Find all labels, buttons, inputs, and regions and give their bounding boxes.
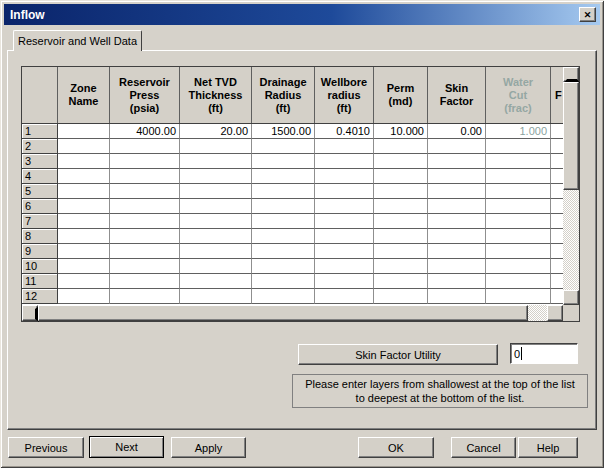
skin-factor-utility-button[interactable]: Skin Factor Utility: [298, 344, 498, 365]
cell-skin-r12[interactable]: [428, 289, 486, 304]
cell-perm-r10[interactable]: [374, 259, 428, 274]
cell-drainage-r9[interactable]: [252, 244, 315, 259]
scroll-up-button[interactable]: [563, 67, 579, 82]
cell-wellbore-r9[interactable]: [315, 244, 374, 259]
row-header-2[interactable]: 2: [22, 139, 58, 154]
vertical-scroll-track[interactable]: [563, 190, 579, 290]
cell-water_cut-r8[interactable]: [486, 229, 551, 244]
cell-skin-r3[interactable]: [428, 154, 486, 169]
cell-f_clipped-r12[interactable]: [551, 289, 563, 304]
cell-res_press-r5[interactable]: [110, 184, 180, 199]
help-button[interactable]: Help: [518, 437, 578, 458]
cell-zone_name-r4[interactable]: [58, 169, 110, 184]
cell-drainage-r4[interactable]: [252, 169, 315, 184]
row-header-12[interactable]: 12: [22, 289, 58, 304]
cell-skin-r7[interactable]: [428, 214, 486, 229]
horizontal-scroll-track[interactable]: [528, 305, 547, 321]
cell-zone_name-r7[interactable]: [58, 214, 110, 229]
cell-wellbore-r4[interactable]: [315, 169, 374, 184]
cell-drainage-r10[interactable]: [252, 259, 315, 274]
cell-f_clipped-r2[interactable]: [551, 139, 563, 154]
cell-drainage-r1[interactable]: 1500.00: [252, 124, 315, 139]
cell-perm-r4[interactable]: [374, 169, 428, 184]
cell-net_tvd-r7[interactable]: [180, 214, 252, 229]
cell-f_clipped-r11[interactable]: [551, 274, 563, 289]
cell-res_press-r8[interactable]: [110, 229, 180, 244]
cell-wellbore-r5[interactable]: [315, 184, 374, 199]
cell-water_cut-r7[interactable]: [486, 214, 551, 229]
cell-res_press-r3[interactable]: [110, 154, 180, 169]
cell-water_cut-r11[interactable]: [486, 274, 551, 289]
cell-drainage-r3[interactable]: [252, 154, 315, 169]
row-header-10[interactable]: 10: [22, 259, 58, 274]
cell-f_clipped-r6[interactable]: [551, 199, 563, 214]
cancel-button[interactable]: Cancel: [451, 437, 516, 458]
cell-res_press-r12[interactable]: [110, 289, 180, 304]
apply-button[interactable]: Apply: [171, 437, 246, 458]
cell-skin-r11[interactable]: [428, 274, 486, 289]
cell-net_tvd-r3[interactable]: [180, 154, 252, 169]
cell-drainage-r5[interactable]: [252, 184, 315, 199]
cell-f_clipped-r8[interactable]: [551, 229, 563, 244]
row-header-1[interactable]: 1: [22, 124, 58, 139]
cell-net_tvd-r4[interactable]: [180, 169, 252, 184]
row-header-8[interactable]: 8: [22, 229, 58, 244]
cell-skin-r10[interactable]: [428, 259, 486, 274]
cell-wellbore-r8[interactable]: [315, 229, 374, 244]
cell-water_cut-r5[interactable]: [486, 184, 551, 199]
cell-net_tvd-r5[interactable]: [180, 184, 252, 199]
vertical-scroll-thumb[interactable]: [563, 82, 579, 190]
cell-zone_name-r5[interactable]: [58, 184, 110, 199]
cell-water_cut-r9[interactable]: [486, 244, 551, 259]
scroll-right-button[interactable]: [547, 305, 563, 321]
cell-res_press-r6[interactable]: [110, 199, 180, 214]
ok-button[interactable]: OK: [358, 437, 434, 458]
cell-wellbore-r7[interactable]: [315, 214, 374, 229]
cell-wellbore-r10[interactable]: [315, 259, 374, 274]
row-header-7[interactable]: 7: [22, 214, 58, 229]
tab-reservoir-and-well-data[interactable]: Reservoir and Well Data: [13, 30, 142, 51]
cell-water_cut-r4[interactable]: [486, 169, 551, 184]
scroll-left-button[interactable]: [22, 305, 38, 321]
close-button[interactable]: ✕: [579, 7, 596, 22]
row-header-4[interactable]: 4: [22, 169, 58, 184]
cell-perm-r7[interactable]: [374, 214, 428, 229]
cell-perm-r8[interactable]: [374, 229, 428, 244]
cell-zone_name-r6[interactable]: [58, 199, 110, 214]
cell-wellbore-r3[interactable]: [315, 154, 374, 169]
cell-zone_name-r10[interactable]: [58, 259, 110, 274]
cell-res_press-r7[interactable]: [110, 214, 180, 229]
cell-zone_name-r9[interactable]: [58, 244, 110, 259]
skin-factor-input[interactable]: 0: [510, 343, 578, 364]
previous-button[interactable]: Previous: [8, 437, 84, 458]
cell-skin-r8[interactable]: [428, 229, 486, 244]
cell-zone_name-r1[interactable]: [58, 124, 110, 139]
cell-skin-r9[interactable]: [428, 244, 486, 259]
cell-net_tvd-r10[interactable]: [180, 259, 252, 274]
cell-f_clipped-r3[interactable]: [551, 154, 563, 169]
cell-res_press-r4[interactable]: [110, 169, 180, 184]
row-header-6[interactable]: 6: [22, 199, 58, 214]
row-header-9[interactable]: 9: [22, 244, 58, 259]
cell-res_press-r1[interactable]: 4000.00: [110, 124, 180, 139]
cell-wellbore-r12[interactable]: [315, 289, 374, 304]
row-header-5[interactable]: 5: [22, 184, 58, 199]
cell-perm-r12[interactable]: [374, 289, 428, 304]
cell-wellbore-r1[interactable]: 0.4010: [315, 124, 374, 139]
horizontal-scrollbar[interactable]: [22, 305, 563, 321]
cell-drainage-r8[interactable]: [252, 229, 315, 244]
cell-zone_name-r11[interactable]: [58, 274, 110, 289]
cell-perm-r2[interactable]: [374, 139, 428, 154]
cell-drainage-r2[interactable]: [252, 139, 315, 154]
cell-zone_name-r3[interactable]: [58, 154, 110, 169]
cell-f_clipped-r1[interactable]: [551, 124, 563, 139]
cell-net_tvd-r11[interactable]: [180, 274, 252, 289]
cell-f_clipped-r10[interactable]: [551, 259, 563, 274]
cell-f_clipped-r5[interactable]: [551, 184, 563, 199]
cell-skin-r4[interactable]: [428, 169, 486, 184]
scroll-down-button[interactable]: [563, 290, 579, 305]
horizontal-scroll-thumb[interactable]: [38, 305, 528, 321]
cell-perm-r6[interactable]: [374, 199, 428, 214]
cell-res_press-r9[interactable]: [110, 244, 180, 259]
cell-perm-r3[interactable]: [374, 154, 428, 169]
